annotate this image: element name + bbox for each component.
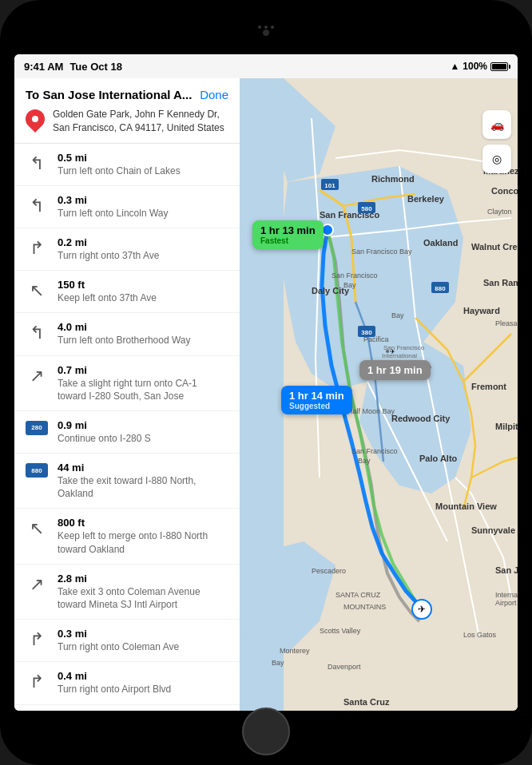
svg-text:Milpitas: Milpitas bbox=[495, 422, 518, 431]
svg-text:Santa Cruz: Santa Cruz bbox=[343, 697, 390, 707]
svg-text:Davenport: Davenport bbox=[328, 663, 361, 671]
direction-item: 880 44 mi Take the exit toward I-880 Nor… bbox=[14, 454, 240, 509]
dir-distance: 800 ft bbox=[58, 517, 228, 529]
dir-icon: ↖ bbox=[26, 279, 48, 301]
dir-instruction: Turn left onto Chain of Lakes bbox=[58, 164, 228, 177]
device-frame: 9:41 AM Tue Oct 18 ▲ 100% To San Jose In… bbox=[0, 0, 532, 765]
direction-item: ↗ 2.8 mi Take exit 3 onto Coleman Avenue… bbox=[14, 565, 240, 620]
svg-text:Oakland: Oakland bbox=[423, 238, 458, 248]
svg-text:San Francisco Bay: San Francisco Bay bbox=[351, 248, 412, 256]
dir-instruction: Continue onto I-280 S bbox=[58, 432, 228, 445]
directions-panel: To San Jose International A... Done Gold… bbox=[14, 78, 240, 711]
direction-item: ↖ 150 ft Keep left onto 37th Ave bbox=[14, 271, 240, 313]
direction-arrow-icon: ↖ bbox=[30, 518, 44, 539]
svg-text:Berkeley: Berkeley bbox=[407, 194, 445, 204]
dir-icon: ↗ bbox=[26, 573, 48, 595]
svg-text:580: 580 bbox=[361, 205, 372, 212]
main-content: To San Jose International A... Done Gold… bbox=[14, 78, 518, 711]
dir-distance: 0.2 mi bbox=[58, 236, 228, 248]
callout-alt-time: 1 hr 19 min bbox=[367, 364, 423, 376]
dir-instruction: Turn right onto Airport Blvd bbox=[58, 683, 228, 696]
svg-text:Bay: Bay bbox=[391, 311, 404, 319]
svg-text:SANTA CRUZ: SANTA CRUZ bbox=[335, 591, 381, 599]
battery-icon bbox=[490, 62, 508, 71]
svg-text:880: 880 bbox=[435, 285, 446, 292]
status-bar: 9:41 AM Tue Oct 18 ▲ 100% bbox=[14, 54, 518, 78]
direction-arrow-icon: ↗ bbox=[30, 366, 44, 386]
svg-text:Fremont: Fremont bbox=[471, 382, 506, 391]
svg-text:Clayton: Clayton bbox=[487, 208, 512, 216]
dir-icon: ↱ bbox=[26, 236, 48, 259]
directions-list[interactable]: ↰ 0.5 mi Turn left onto Chain of Lakes ↰… bbox=[14, 144, 240, 711]
dir-distance: 0.3 mi bbox=[58, 194, 228, 206]
dir-icon: 280 bbox=[26, 419, 48, 435]
direction-arrow-icon: ↖ bbox=[30, 280, 44, 301]
origin-row: Golden Gate Park, John F Kennedy Dr, San… bbox=[26, 108, 228, 135]
callout-fastest-label: Fastest bbox=[260, 236, 316, 245]
date-display: Tue Oct 18 bbox=[69, 61, 122, 73]
direction-arrow-icon: ↱ bbox=[30, 238, 44, 259]
direction-arrow-icon: ↱ bbox=[30, 672, 44, 692]
dir-instruction: Keep left to merge onto I-880 North towa… bbox=[58, 529, 228, 555]
direction-item: ↰ 0.3 mi Turn left onto Lincoln Way bbox=[14, 186, 240, 228]
callout-fastest-time: 1 hr 13 min bbox=[260, 224, 316, 236]
done-button[interactable]: Done bbox=[200, 88, 228, 101]
svg-text:Richmond: Richmond bbox=[371, 174, 415, 184]
svg-text:Walnut Creek: Walnut Creek bbox=[471, 242, 518, 252]
direction-item: ↗ 0.7 mi Take a slight right turn onto C… bbox=[14, 356, 240, 411]
svg-text:Scotts Valley: Scotts Valley bbox=[320, 627, 361, 635]
time-display: 9:41 AM bbox=[24, 61, 63, 73]
callout-fastest[interactable]: 1 hr 13 min Fastest bbox=[252, 220, 324, 249]
direction-item: ↰ 4.0 mi Turn left onto Brotherhood Way bbox=[14, 313, 240, 355]
dir-distance: 150 ft bbox=[58, 279, 228, 291]
direction-arrow-icon: ↰ bbox=[30, 196, 44, 216]
panel-title: To San Jose International A... bbox=[26, 88, 192, 101]
dir-distance: 4.0 mi bbox=[58, 321, 228, 333]
dir-distance: 2.8 mi bbox=[58, 573, 228, 585]
dir-distance: 44 mi bbox=[58, 462, 228, 474]
map-controls: 🚗 ◎ bbox=[482, 110, 511, 173]
svg-text:Bay: Bay bbox=[358, 457, 371, 465]
svg-text:Palo Alto: Palo Alto bbox=[419, 454, 458, 463]
dir-icon: ↗ bbox=[26, 364, 48, 386]
home-button[interactable] bbox=[242, 708, 290, 755]
dir-distance: 0.3 mi bbox=[58, 628, 228, 640]
dir-distance: 0.4 mi bbox=[58, 670, 228, 682]
highway-badge: 880 bbox=[26, 463, 48, 478]
svg-text:San Ramon: San Ramon bbox=[483, 278, 518, 287]
svg-text:Sunnyvale: Sunnyvale bbox=[471, 525, 515, 535]
dir-icon: ↱ bbox=[26, 670, 48, 692]
panel-header: To San Jose International A... Done Gold… bbox=[14, 78, 240, 144]
dir-instruction: Keep left onto 37th Ave bbox=[58, 291, 228, 304]
dir-instruction: Take the exit toward I-880 North, Oaklan… bbox=[58, 474, 228, 500]
car-mode-button[interactable]: 🚗 bbox=[482, 110, 511, 139]
origin-pin-icon bbox=[22, 105, 49, 133]
dir-icon: ↰ bbox=[26, 152, 48, 174]
dir-instruction: Turn left onto Brotherhood Way bbox=[58, 334, 228, 347]
svg-text:Bay: Bay bbox=[343, 281, 356, 289]
battery-percent: 100% bbox=[463, 61, 487, 72]
dir-icon: ↰ bbox=[26, 321, 48, 343]
svg-text:Concord: Concord bbox=[491, 186, 518, 196]
svg-text:Hayward: Hayward bbox=[463, 306, 500, 315]
svg-text:Redwood City: Redwood City bbox=[391, 414, 451, 423]
direction-item: ↱ 0.4 mi Turn right onto Airport Blvd bbox=[14, 662, 240, 704]
callout-suggested-time: 1 hr 14 min bbox=[289, 390, 344, 402]
wifi-icon: ▲ bbox=[450, 61, 459, 72]
dir-icon: ↰ bbox=[26, 194, 48, 216]
dir-instruction: Take exit 3 onto Coleman Avenue toward M… bbox=[58, 585, 228, 611]
dir-instruction: Turn right onto 37th Ave bbox=[58, 249, 228, 262]
callout-alt[interactable]: 1 hr 19 min bbox=[359, 360, 431, 380]
dir-distance: 0.7 mi bbox=[58, 364, 228, 376]
highway-badge: 280 bbox=[26, 421, 48, 435]
direction-item: ↱ 0.3 mi Turn right onto Coleman Ave bbox=[14, 620, 240, 662]
origin-text: Golden Gate Park, John F Kennedy Dr, San… bbox=[53, 108, 228, 135]
svg-text:International: International bbox=[382, 352, 417, 359]
svg-text:San Jose: San Jose bbox=[495, 565, 518, 575]
svg-text:Pleasanton: Pleasanton bbox=[495, 319, 518, 327]
direction-arrow-icon: ↱ bbox=[30, 629, 44, 650]
location-button[interactable]: ◎ bbox=[482, 145, 511, 173]
svg-text:International: International bbox=[495, 591, 518, 599]
map-area[interactable]: ✈ San Francisco Daly City Richmond Berke… bbox=[240, 78, 518, 711]
callout-suggested[interactable]: 1 hr 14 min Suggested bbox=[281, 386, 352, 414]
